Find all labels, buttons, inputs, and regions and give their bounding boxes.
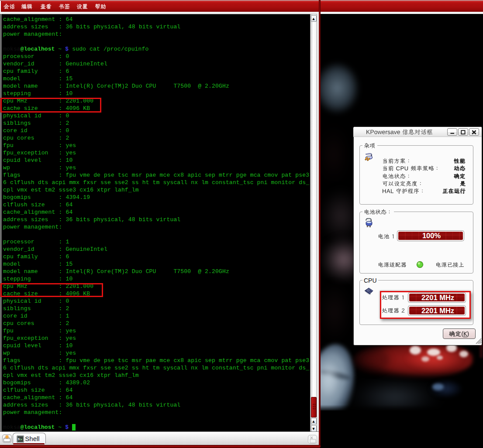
svg-text:>: > — [20, 438, 22, 441]
svg-text:$: $ — [18, 438, 20, 441]
